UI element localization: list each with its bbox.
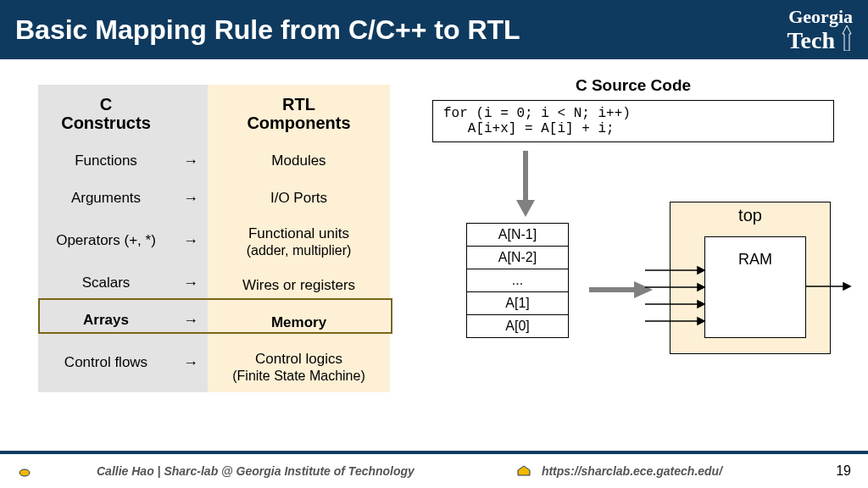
footer-url: https://sharclab.ece.gatech.edu/ — [542, 464, 722, 478]
input-port-arrows — [645, 262, 706, 338]
ram-block: RAM — [704, 236, 806, 338]
rtl-component: Control logics(Finite State Machine) — [208, 342, 390, 393]
rtl-component: Wires or registers — [208, 268, 390, 305]
array-stack: A[N-1]A[N-2]...A[1]A[0] — [466, 223, 569, 338]
c-construct: Scalars — [38, 264, 174, 302]
svg-marker-9 — [698, 301, 704, 308]
map-arrow: → — [174, 180, 208, 217]
map-arrow: → — [174, 264, 208, 302]
c-construct: Control flows — [38, 339, 174, 386]
c-construct: Arrays — [38, 302, 174, 339]
c-construct: Operators (+, *) — [38, 217, 174, 264]
top-module-label: top — [670, 202, 830, 229]
svg-point-14 — [19, 469, 30, 476]
svg-marker-5 — [698, 267, 704, 274]
map-arrow: → — [174, 142, 208, 180]
array-cell: A[0] — [467, 315, 569, 338]
map-arrow: → — [174, 302, 208, 339]
page-number: 19 — [836, 463, 851, 479]
c-header: C Constructs — [38, 85, 174, 142]
rtl-component: I/O Ports — [208, 180, 390, 217]
svg-marker-1 — [516, 200, 535, 217]
c-construct: Arguments — [38, 180, 174, 217]
rtl-header: RTL Components — [208, 85, 390, 142]
svg-marker-7 — [698, 284, 704, 291]
svg-marker-11 — [698, 318, 704, 324]
output-port-arrow — [806, 280, 853, 292]
home-icon — [516, 465, 531, 477]
rtl-component: Modules — [208, 142, 390, 180]
array-cell: A[1] — [467, 292, 569, 315]
georgia-tech-logo: Georgia Tech — [787, 8, 853, 51]
top-module: top RAM — [670, 202, 831, 354]
map-arrow: → — [174, 339, 208, 386]
footer-author: Callie Hao | Sharc-lab @ Georgia Institu… — [97, 464, 415, 478]
tower-icon — [841, 25, 853, 51]
source-code-title: C Source Code — [424, 76, 843, 95]
array-cell: A[N-1] — [467, 224, 569, 247]
slide-footer: Callie Hao | Sharc-lab @ Georgia Institu… — [0, 451, 868, 488]
mapping-table-area: C Constructs FunctionsArgumentsOperators… — [0, 59, 398, 449]
c-construct: Functions — [38, 142, 174, 180]
arrow-down-icon — [513, 151, 538, 219]
bee-icon — [17, 465, 32, 477]
svg-marker-13 — [843, 283, 850, 290]
slide-header: Basic Mapping Rule from C/C++ to RTL Geo… — [0, 0, 868, 59]
rtl-component: Memory — [208, 305, 390, 342]
array-cell: ... — [467, 269, 569, 292]
array-to-ram-diagram: A[N-1]A[N-2]...A[1]A[0] top RAM — [424, 151, 843, 430]
source-code-box: for (i = 0; i < N; i++) A[i+x] = A[i] + … — [432, 100, 834, 142]
mapping-table: C Constructs FunctionsArgumentsOperators… — [38, 85, 398, 392]
map-arrow: → — [174, 217, 208, 264]
rtl-component: Functional units(adder, multiplier) — [208, 217, 390, 268]
slide-title: Basic Mapping Rule from C/C++ to RTL — [15, 14, 520, 46]
array-cell: A[N-2] — [467, 247, 569, 269]
